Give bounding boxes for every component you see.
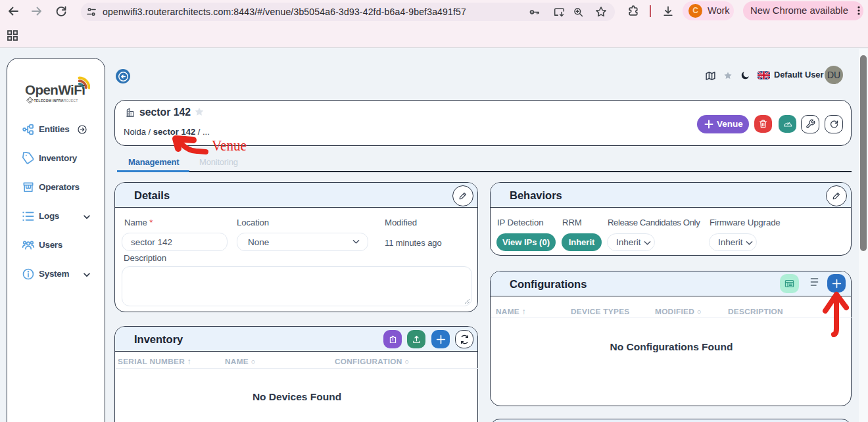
svg-text:Venue: Venue bbox=[212, 137, 247, 154]
